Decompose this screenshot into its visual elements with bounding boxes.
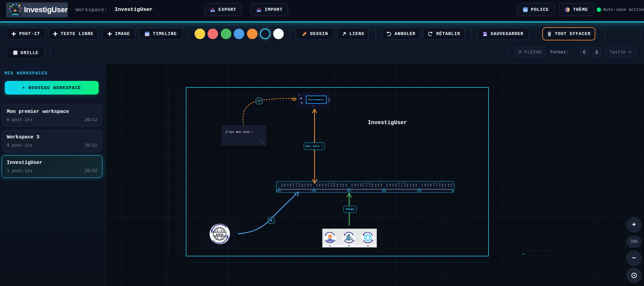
svg-text:Juil: Juil — [330, 183, 333, 187]
svg-text:Déc: Déc — [450, 184, 452, 187]
svg-text:Oct: Oct — [444, 184, 447, 187]
svg-text:Fév: Fév — [351, 184, 353, 187]
svg-text:2025: 2025 — [277, 190, 281, 192]
svg-text:Oct: Oct — [339, 184, 342, 187]
svg-text:Juil: Juil — [400, 183, 403, 187]
svg-text:Mar: Mar — [283, 184, 286, 187]
svg-text:Avr: Avr — [321, 184, 324, 187]
svg-text:Août: Août — [298, 183, 300, 187]
svg-text:abc: abc — [523, 8, 528, 11]
svg-text:Oct: Oct — [374, 184, 377, 187]
svg-text:Fév: Fév — [316, 184, 318, 187]
svg-text:Avr: Avr — [427, 184, 429, 187]
svg-text:Fév: Fév — [421, 184, 423, 187]
svg-text:2029: 2029 — [417, 190, 422, 192]
svg-text:2027: 2027 — [347, 190, 351, 192]
svg-text:Avr: Avr — [286, 184, 289, 187]
svg-text:Mar: Mar — [389, 184, 391, 187]
svg-text:Mar: Mar — [318, 184, 321, 187]
svg-text:Mar: Mar — [424, 184, 426, 187]
svg-text:Nov: Nov — [447, 184, 450, 187]
svg-text:Juin: Juin — [398, 183, 400, 187]
svg-text:Nov: Nov — [412, 184, 415, 187]
svg-text:Juil: Juil — [365, 183, 368, 187]
svg-text:Sep: Sep — [301, 184, 303, 187]
svg-text:Mai: Mai — [430, 184, 432, 187]
svg-text:Déc: Déc — [415, 184, 417, 187]
svg-text:Mai: Mai — [360, 184, 362, 187]
svg-text:Août: Août — [333, 183, 335, 187]
svg-text:Sep: Sep — [406, 184, 409, 187]
svg-text:Juin: Juin — [362, 183, 365, 187]
svg-text:Fév: Fév — [386, 184, 388, 187]
svg-text:Mai: Mai — [325, 184, 327, 187]
svg-text:Sep: Sep — [371, 184, 374, 187]
svg-text:Août: Août — [368, 183, 371, 187]
svg-text:Juil: Juil — [295, 183, 298, 187]
svg-text:Août: Août — [439, 183, 441, 187]
svg-text:Nov: Nov — [342, 184, 344, 187]
svg-text:Juin: Juin — [292, 183, 295, 187]
svg-text:Déc: Déc — [345, 184, 347, 187]
svg-text:Juil: Juil — [435, 183, 438, 187]
svg-text:20: 20 — [451, 190, 453, 192]
svg-text:Déc: Déc — [310, 184, 312, 187]
svg-text:Oct: Oct — [304, 184, 306, 187]
svg-text:Sep: Sep — [336, 184, 338, 187]
svg-text:Nov: Nov — [307, 184, 309, 187]
svg-text:Mai: Mai — [289, 184, 292, 187]
svg-text:Déc: Déc — [380, 184, 382, 187]
svg-text:Nov: Nov — [377, 184, 379, 187]
svg-text:Juin: Juin — [433, 183, 435, 187]
svg-text:Fév: Fév — [281, 184, 283, 187]
svg-text:Juin: Juin — [327, 183, 330, 187]
svg-text:www: www — [216, 233, 224, 236]
svg-text:Mar: Mar — [354, 184, 356, 187]
svg-text:2028: 2028 — [382, 190, 386, 192]
svg-text:Mai: Mai — [395, 184, 397, 187]
svg-text:Sep: Sep — [442, 184, 444, 187]
svg-text:2026: 2026 — [312, 190, 316, 192]
svg-text:Août: Août — [403, 183, 406, 187]
svg-text:Avr: Avr — [357, 184, 359, 187]
svg-text:Oct: Oct — [409, 184, 412, 187]
svg-text:Avr: Avr — [392, 184, 394, 187]
